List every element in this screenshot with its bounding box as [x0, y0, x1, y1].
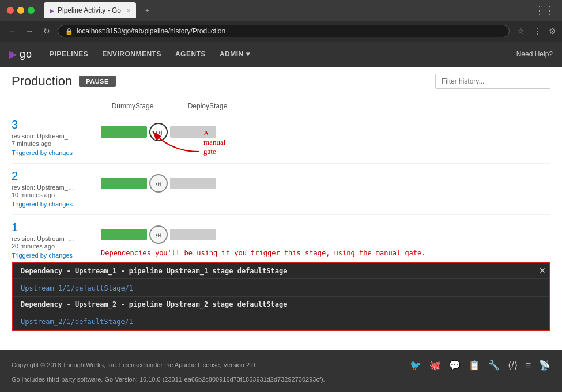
bookmark-icon[interactable]: ☆: [514, 27, 527, 36]
run-time-1: 20 minutes ago: [12, 243, 101, 250]
dependency-row-2: Dependency - Upstream_2 - pipeline Upstr…: [13, 297, 549, 312]
nav-agents[interactable]: AGENTS: [175, 50, 206, 58]
dep-link-1[interactable]: Upstream_1/1/defaultStage/1: [21, 284, 133, 292]
dot-red[interactable]: [7, 7, 14, 14]
run-number-3[interactable]: 3: [12, 118, 101, 131]
play-icon-1: ⏭: [156, 232, 161, 238]
logo-text: go: [20, 48, 32, 61]
pipeline-run-3: 3 revision: Upstream_… 7 minutes ago Tri…: [12, 112, 550, 164]
footer: Copyright © 2016 ThoughtWorks, Inc. Lice…: [0, 350, 562, 392]
run-number-1[interactable]: 1: [12, 221, 101, 234]
run-trigger-3[interactable]: Triggered by changes: [12, 149, 73, 156]
filter-input[interactable]: [435, 74, 550, 89]
browser-dots: [7, 7, 35, 14]
footer-version: Go includes third-party software. Go Ver…: [12, 374, 550, 385]
browser-titlebar: ▶ Pipeline Activity - Go × + ⋮⋮: [0, 0, 562, 21]
dep-title-1: Dependency - Upstream_1 - pipeline Upstr…: [21, 267, 541, 275]
dot-green[interactable]: [28, 7, 35, 14]
dot-yellow[interactable]: [17, 7, 24, 14]
dummy-stage-bar-1: [101, 229, 147, 240]
run-time-3: 7 minutes ago: [12, 140, 101, 147]
stage-headers: DummyStage DeployStage: [104, 96, 550, 112]
run-trigger-1[interactable]: Triggered by changes: [12, 252, 73, 259]
logo[interactable]: ▶ go: [9, 48, 32, 61]
browser-tab[interactable]: ▶ Pipeline Activity - Go ×: [44, 2, 136, 18]
twitter-icon[interactable]: 🐦: [410, 357, 421, 373]
run-revision-2: revision: Upstream_…: [12, 184, 101, 191]
nav-admin[interactable]: ADMIN ▾: [220, 50, 250, 58]
tab-close-button[interactable]: ×: [127, 7, 130, 14]
run-time-2: 10 minutes ago: [12, 191, 101, 198]
settings-icon[interactable]: ⚙: [549, 27, 556, 36]
pipeline-run-1: 1 revision: Upstream_… 20 minutes ago Tr…: [12, 215, 550, 262]
manual-gate-1[interactable]: ⏭: [149, 225, 168, 244]
forward-button[interactable]: →: [23, 27, 36, 36]
tab-icon: ▶: [50, 7, 54, 14]
dep-link-2[interactable]: Upstream_2/1/defaultStage/1: [21, 318, 133, 326]
nav-pipelines[interactable]: PIPELINES: [50, 50, 88, 58]
nav-environments[interactable]: ENVIRONMENTS: [102, 50, 161, 58]
pipeline-run-2: 2 revision: Upstream_… 10 minutes ago Tr…: [12, 164, 550, 215]
run-stages-1-wrapper: ⏭ Dependencies you'll be using if you tr…: [101, 221, 426, 258]
footer-copyright: Copyright © 2016 ThoughtWorks, Inc. Lice…: [12, 360, 257, 371]
page-title: Production: [12, 74, 72, 89]
address-bar[interactable]: 🔒 localhost:8153/go/tab/pipeline/history…: [58, 25, 510, 37]
address-text: localhost:8153/go/tab/pipeline/history/P…: [77, 27, 225, 35]
run-stages-1: ⏭: [101, 225, 216, 244]
deploy-stage-bar-2: [170, 178, 216, 189]
chat-icon[interactable]: 💬: [449, 357, 461, 373]
dep-title-2: Dependency - Upstream_2 - pipeline Upstr…: [21, 300, 541, 308]
github-icon[interactable]: 🐙: [429, 357, 441, 373]
run-info-1: 1 revision: Upstream_… 20 minutes ago Tr…: [12, 221, 101, 260]
browser-chrome: ▶ Pipeline Activity - Go × + ⋮⋮ ← → ↻ 🔒 …: [0, 0, 562, 42]
play-icon-2: ⏭: [156, 180, 161, 187]
run-info-3: 3 revision: Upstream_… 7 minutes ago Tri…: [12, 118, 101, 157]
manual-gate-annotation: A manual gate: [203, 129, 225, 156]
run-stages-3: ⏭ A manual gate: [101, 123, 216, 141]
dependency-panel: ✕ Dependency - Upstream_1 - pipeline Ups…: [12, 262, 550, 331]
dependency-close-button[interactable]: ✕: [539, 266, 546, 275]
deploy-stage-bar-1: [170, 229, 216, 240]
lock-icon: 🔒: [65, 28, 73, 35]
back-button[interactable]: ←: [6, 27, 18, 36]
nav-links: PIPELINES ENVIRONMENTS AGENTS ADMIN ▾: [50, 50, 516, 58]
browser-menu-dots[interactable]: ⋮: [531, 27, 544, 36]
browser-menu-icon[interactable]: ⋮⋮: [534, 4, 555, 17]
list-icon[interactable]: ≡: [526, 357, 531, 373]
dummy-stage-bar-2: [101, 178, 147, 189]
run-revision-3: revision: Upstream_…: [12, 133, 101, 140]
refresh-button[interactable]: ↻: [40, 27, 53, 36]
new-tab-button[interactable]: +: [141, 2, 153, 18]
rss-icon[interactable]: 📡: [539, 357, 550, 373]
logo-icon: ▶: [9, 48, 17, 61]
run-trigger-2[interactable]: Triggered by changes: [12, 201, 73, 208]
pipeline-content: DummyStage DeployStage 3 revision: Upstr…: [0, 96, 562, 350]
browser-toolbar: ← → ↻ 🔒 localhost:8153/go/tab/pipeline/h…: [0, 21, 562, 42]
run-revision-1: revision: Upstream_…: [12, 235, 101, 242]
dependency-panel-wrapper: ✕ Dependency - Upstream_1 - pipeline Ups…: [12, 262, 550, 337]
run-info-2: 2 revision: Upstream_… 10 minutes ago Tr…: [12, 169, 101, 209]
app: ▶ go PIPELINES ENVIRONMENTS AGENTS ADMIN…: [0, 42, 562, 392]
deploy-stage-label: DeployStage: [179, 102, 236, 110]
dependency-row-1: Dependency - Upstream_1 - pipeline Upstr…: [13, 263, 549, 279]
tool-icon[interactable]: 🔧: [488, 357, 500, 373]
footer-top: Copyright © 2016 ThoughtWorks, Inc. Lice…: [12, 357, 550, 373]
nav-help[interactable]: Need Help?: [516, 50, 553, 58]
dependency-annotation: Dependencies you'll be using if you trig…: [101, 248, 426, 258]
tab-title: Pipeline Activity - Go: [58, 6, 121, 14]
dependency-link-row-1: Upstream_1/1/defaultStage/1: [13, 279, 549, 297]
run-number-2[interactable]: 2: [12, 169, 101, 183]
page-header: Production PAUSE: [0, 67, 562, 96]
arrow-annotation: [135, 120, 205, 154]
dependency-link-row-2: Upstream_2/1/defaultStage/1: [13, 312, 549, 330]
code-icon[interactable]: ⟨/⟩: [508, 357, 517, 373]
footer-icons: 🐦 🐙 💬 📋 🔧 ⟨/⟩ ≡ 📡: [410, 357, 550, 373]
main-nav: ▶ go PIPELINES ENVIRONMENTS AGENTS ADMIN…: [0, 42, 562, 67]
clipboard-icon[interactable]: 📋: [469, 357, 480, 373]
dummy-stage-label: DummyStage: [104, 102, 161, 110]
manual-gate-2[interactable]: ⏭: [149, 174, 168, 193]
run-stages-2: ⏭: [101, 174, 216, 193]
pause-button[interactable]: PAUSE: [79, 76, 116, 87]
